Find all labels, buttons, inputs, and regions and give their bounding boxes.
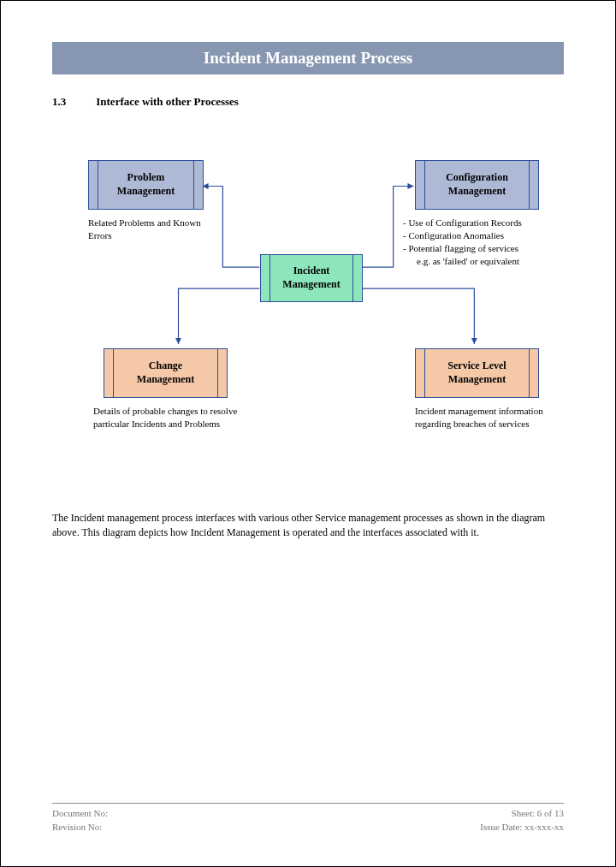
process-diagram: ProblemManagement Related Problems and K… [52,134,564,502]
config-bullet: Potential flagging of services [401,242,564,255]
section-number: 1.3 [52,95,93,109]
box-label: Service LevelManagement [447,359,506,386]
footer-left: Document No: Revision No: [52,807,108,834]
footer-doc-no: Document No: [52,807,108,820]
footer-right: Sheet: 6 of 13 Issue Date: xx-xxx-xx [480,807,564,834]
caption-configuration: Use of Configuration Records Configurati… [401,217,564,267]
config-bullet: Configuration Anomalies [401,229,564,242]
box-problem-management: ProblemManagement [88,160,204,210]
page-footer: Document No: Revision No: Sheet: 6 of 13… [52,803,564,834]
box-incident-management: IncidentManagement [260,254,363,302]
section-title: Interface with other Processes [96,95,239,108]
box-label: ProblemManagement [117,171,175,198]
caption-change: Details of probable changes to resolve p… [93,405,247,431]
footer-rev-no: Revision No: [52,821,108,834]
body-paragraph: The Incident management process interfac… [52,511,564,540]
section-heading: 1.3 Interface with other Processes [52,95,564,109]
footer-sheet: Sheet: 6 of 13 [480,807,564,820]
caption-servicelevel: Incident management information regardin… [415,405,552,431]
config-bullet-indent: e.g. as 'failed' or equivalent [401,255,564,268]
box-configuration-management: ConfigurationManagement [415,160,539,210]
box-change-management: ChangeManagement [104,348,228,398]
box-label: IncidentManagement [282,264,340,291]
footer-issue: Issue Date: xx-xxx-xx [480,821,564,834]
config-bullet: Use of Configuration Records [401,217,564,229]
box-label: ChangeManagement [137,359,194,386]
page-title: Incident Management Process [52,42,564,74]
page: Incident Management Process 1.3 Interfac… [1,1,615,866]
box-service-level-management: Service LevelManagement [415,348,539,398]
caption-problem: Related Problems and Known Errors [88,217,225,242]
box-label: ConfigurationManagement [446,171,508,198]
